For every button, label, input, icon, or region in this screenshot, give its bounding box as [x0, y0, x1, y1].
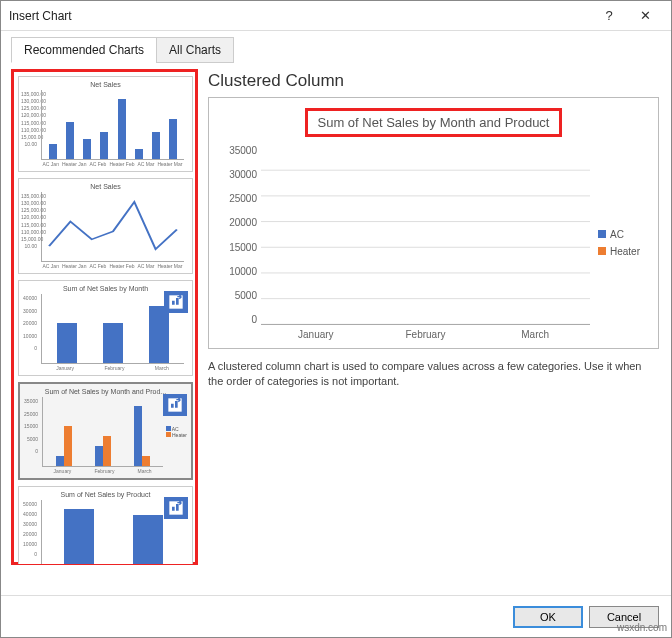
chart-body: 35000 30000 25000 20000 15000 10000 5000…: [217, 145, 650, 340]
thumb-net-sales-bar[interactable]: Net Sales 135,000.00130,000.00125,000.00…: [18, 76, 193, 172]
tab-bar: Recommended Charts All Charts: [1, 31, 671, 63]
thumb-yaxis: 35000250001500050000: [22, 398, 38, 454]
thumb-xlabels: AC JanHeater JanAC FebHeater FebAC MarHe…: [41, 161, 184, 167]
help-icon[interactable]: ?: [591, 2, 627, 30]
dialog-footer: OK Cancel wsxdn.com: [1, 595, 671, 637]
legend-item-heater: Heater: [598, 246, 650, 257]
thumb-yaxis: 135,000.00130,000.00125,000.00120,000.00…: [21, 91, 37, 147]
legend: AC Heater: [590, 145, 650, 340]
thumb-yaxis: 50000400003000020000100000: [21, 501, 37, 557]
thumbnail-panel-wrap: Net Sales 135,000.00130,000.00125,000.00…: [13, 71, 198, 591]
thumb-sum-by-month[interactable]: Sum of Net Sales by Month 40000300002000…: [18, 280, 193, 376]
legend-item-ac: AC: [598, 229, 650, 240]
thumb-title: Net Sales: [23, 183, 188, 190]
tab-all-charts[interactable]: All Charts: [156, 37, 234, 63]
x-label: February: [371, 329, 481, 340]
close-icon[interactable]: ✕: [627, 2, 663, 30]
pivot-chart-icon: [163, 394, 187, 416]
x-label: March: [480, 329, 590, 340]
thumb-chart: [41, 500, 184, 565]
thumb-sum-by-month-product[interactable]: Sum of Net Sales by Month and Prod... 35…: [18, 382, 193, 480]
dialog-title: Insert Chart: [9, 9, 591, 23]
chart-type-heading: Clustered Column: [208, 71, 659, 91]
thumb-sum-by-product[interactable]: Sum of Net Sales by Product 500004000030…: [18, 486, 193, 565]
thumb-title: Net Sales: [23, 81, 188, 88]
x-axis: JanuaryFebruaryMarch: [261, 329, 590, 340]
thumb-chart: [41, 294, 184, 364]
titlebar: Insert Chart ? ✕: [1, 1, 671, 31]
insert-chart-dialog: Insert Chart ? ✕ Recommended Charts All …: [0, 0, 672, 638]
thumbnail-panel[interactable]: Net Sales 135,000.00130,000.00125,000.00…: [13, 71, 198, 565]
ok-button[interactable]: OK: [513, 606, 583, 628]
thumb-chart: [42, 397, 163, 467]
plot-wrap: JanuaryFebruaryMarch: [261, 145, 590, 340]
main-area: Net Sales 135,000.00130,000.00125,000.00…: [1, 63, 671, 595]
thumb-net-sales-line[interactable]: Net Sales 135,000.00130,000.00125,000.00…: [18, 178, 193, 274]
thumb-xlabels: JanuaryFebruaryMarch: [42, 468, 163, 474]
thumb-legend: AC Heater: [166, 426, 187, 438]
thumb-xlabels: AC JanHeater JanAC FebHeater FebAC MarHe…: [41, 263, 184, 269]
tab-recommended[interactable]: Recommended Charts: [11, 37, 157, 63]
thumb-xlabels: JanuaryFebruaryMarch: [41, 365, 184, 371]
thumb-chart: [41, 90, 184, 160]
thumb-yaxis: 400003000020000100000: [21, 295, 37, 351]
plot-area: [261, 145, 590, 325]
y-axis: 35000 30000 25000 20000 15000 10000 5000…: [217, 145, 261, 325]
chart-title-wrap: Sum of Net Sales by Month and Product: [217, 108, 650, 137]
x-label: January: [261, 329, 371, 340]
thumb-yaxis: 135,000.00130,000.00125,000.00120,000.00…: [21, 193, 37, 249]
chart-description: A clustered column chart is used to comp…: [208, 359, 659, 390]
watermark: wsxdn.com: [617, 622, 667, 633]
chart-title: Sum of Net Sales by Month and Product: [305, 108, 563, 137]
chart-preview: Sum of Net Sales by Month and Product 35…: [208, 97, 659, 349]
preview-pane: Clustered Column Sum of Net Sales by Mon…: [208, 71, 659, 591]
thumb-line-chart: [41, 192, 184, 262]
